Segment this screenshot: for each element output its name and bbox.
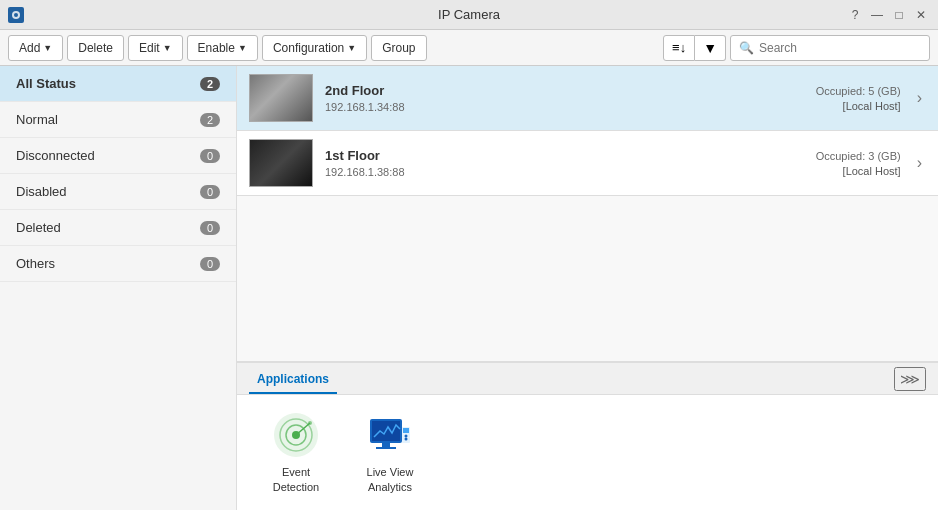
sidebar-item-count: 0 (200, 257, 220, 271)
sidebar-item-count: 0 (200, 149, 220, 163)
title-bar: IP Camera ? — □ ✕ (0, 0, 938, 30)
enable-button[interactable]: Enable ▼ (187, 35, 258, 61)
sort-controls: ≡↓ ▼ (663, 35, 726, 61)
applications-collapse-button[interactable]: ⋙ (894, 367, 926, 391)
sidebar: All Status 2 Normal 2 Disconnected 0 Dis… (0, 66, 237, 510)
app-icon (8, 7, 24, 23)
sidebar-item-label: Deleted (16, 220, 61, 235)
help-button[interactable]: ? (846, 6, 864, 24)
svg-point-8 (308, 421, 312, 425)
camera-ip: 192.168.1.34:88 (325, 101, 804, 113)
sidebar-item-count: 2 (200, 77, 220, 91)
camera-name: 1st Floor (325, 148, 804, 163)
svg-point-15 (405, 435, 408, 438)
toolbar: Add ▼ Delete Edit ▼ Enable ▼ Configurati… (0, 30, 938, 66)
add-caret-icon: ▼ (43, 43, 52, 53)
sidebar-item-count: 2 (200, 113, 220, 127)
title-bar-controls: ? — □ ✕ (846, 6, 930, 24)
sidebar-item-label: Disconnected (16, 148, 95, 163)
group-button[interactable]: Group (371, 35, 426, 61)
live-analytics-svg (366, 411, 414, 459)
content-area: 2nd Floor 192.168.1.34:88 Occupied: 5 (G… (237, 66, 938, 510)
sidebar-item-normal[interactable]: Normal 2 (0, 102, 236, 138)
applications-tab[interactable]: Applications (249, 363, 337, 394)
applications-section: Applications ⋙ Event Detection Live View… (237, 361, 938, 510)
app-icon-event-detection[interactable]: Event Detection (261, 411, 331, 494)
camera-list: 2nd Floor 192.168.1.34:88 Occupied: 5 (G… (237, 66, 938, 361)
event-detection-svg (272, 411, 320, 459)
sidebar-item-label: All Status (16, 76, 76, 91)
window-title: IP Camera (0, 7, 938, 22)
sort-button[interactable]: ≡↓ (663, 35, 695, 61)
edit-button[interactable]: Edit ▼ (128, 35, 183, 61)
sidebar-item-others[interactable]: Others 0 (0, 246, 236, 282)
sidebar-item-count: 0 (200, 185, 220, 199)
app-icon-label: Live View Analytics (355, 465, 425, 494)
search-input[interactable] (759, 41, 921, 55)
close-button[interactable]: ✕ (912, 6, 930, 24)
sidebar-item-deleted[interactable]: Deleted 0 (0, 210, 236, 246)
camera-expand-button[interactable]: › (913, 150, 926, 176)
sidebar-item-disabled[interactable]: Disabled 0 (0, 174, 236, 210)
search-icon: 🔍 (739, 41, 754, 55)
app-icon-label: Event Detection (261, 465, 331, 494)
camera-info: 2nd Floor 192.168.1.34:88 (325, 83, 804, 113)
camera-host: [Local Host] (816, 100, 901, 112)
svg-point-16 (405, 438, 408, 441)
search-box: 🔍 (730, 35, 930, 61)
camera-info: 1st Floor 192.168.1.38:88 (325, 148, 804, 178)
svg-rect-14 (403, 428, 409, 433)
enable-caret-icon: ▼ (238, 43, 247, 53)
camera-host: [Local Host] (816, 165, 901, 177)
add-button[interactable]: Add ▼ (8, 35, 63, 61)
svg-rect-11 (382, 443, 390, 447)
edit-caret-icon: ▼ (163, 43, 172, 53)
applications-header: Applications ⋙ (237, 363, 938, 395)
sidebar-item-all-status[interactable]: All Status 2 (0, 66, 236, 102)
camera-meta: Occupied: 5 (GB) [Local Host] (816, 85, 901, 112)
camera-meta: Occupied: 3 (GB) [Local Host] (816, 150, 901, 177)
camera-item-cam1[interactable]: 2nd Floor 192.168.1.34:88 Occupied: 5 (G… (237, 66, 938, 131)
app-icon-live-analytics[interactable]: Live View Analytics (355, 411, 425, 494)
applications-icons: Event Detection Live View Analytics (237, 395, 938, 510)
camera-ip: 192.168.1.38:88 (325, 166, 804, 178)
title-bar-left (8, 7, 24, 23)
restore-button[interactable]: □ (890, 6, 908, 24)
config-caret-icon: ▼ (347, 43, 356, 53)
sidebar-item-label: Disabled (16, 184, 67, 199)
camera-name: 2nd Floor (325, 83, 804, 98)
camera-expand-button[interactable]: › (913, 85, 926, 111)
sidebar-item-disconnected[interactable]: Disconnected 0 (0, 138, 236, 174)
camera-thumbnail (249, 74, 313, 122)
svg-rect-12 (376, 447, 396, 449)
app-icon-img (366, 411, 414, 459)
main-layout: All Status 2 Normal 2 Disconnected 0 Dis… (0, 66, 938, 510)
sidebar-item-count: 0 (200, 221, 220, 235)
app-icon-img (272, 411, 320, 459)
camera-item-cam2[interactable]: 1st Floor 192.168.1.38:88 Occupied: 3 (G… (237, 131, 938, 196)
camera-storage: Occupied: 3 (GB) (816, 150, 901, 162)
configuration-button[interactable]: Configuration ▼ (262, 35, 367, 61)
minimize-button[interactable]: — (868, 6, 886, 24)
camera-storage: Occupied: 5 (GB) (816, 85, 901, 97)
sort-dropdown-button[interactable]: ▼ (695, 35, 726, 61)
delete-button[interactable]: Delete (67, 35, 124, 61)
svg-point-2 (14, 13, 18, 17)
sidebar-item-label: Others (16, 256, 55, 271)
sidebar-item-label: Normal (16, 112, 58, 127)
camera-thumbnail (249, 139, 313, 187)
